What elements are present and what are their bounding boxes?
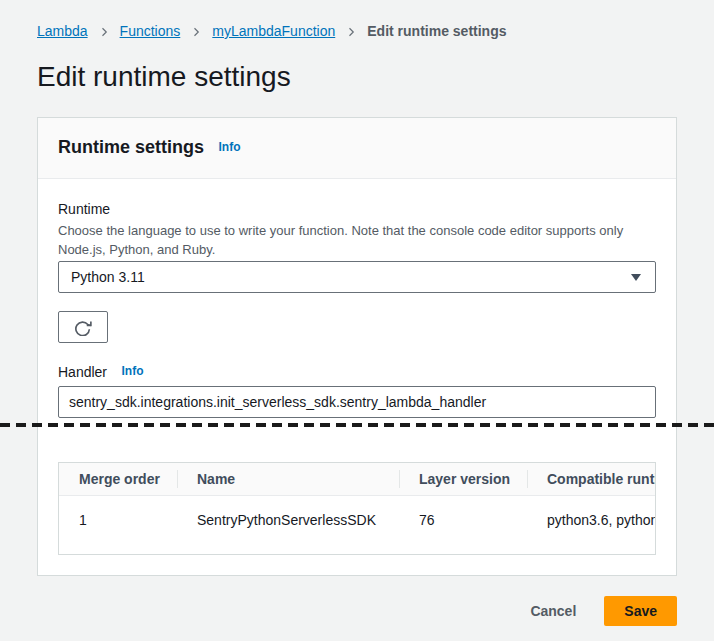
page: Lambda Functions myLambdaFunction Edit r… xyxy=(0,0,714,641)
runtime-label: Runtime xyxy=(58,199,656,219)
handler-label: Handler xyxy=(58,364,107,380)
breadcrumb-link-functions[interactable]: Functions xyxy=(120,22,181,40)
page-title: Edit runtime settings xyxy=(37,60,714,94)
refresh-icon xyxy=(74,318,92,336)
save-button[interactable]: Save xyxy=(604,596,677,626)
cell-layer-version: 76 xyxy=(399,496,527,555)
chevron-right-icon xyxy=(345,26,357,38)
runtime-select-value: Python 3.11 xyxy=(71,269,145,285)
refresh-runtimes-button[interactable] xyxy=(58,311,108,343)
runtime-field: Runtime Choose the language to use to wr… xyxy=(58,199,656,293)
column-header-layer-version: Layer version xyxy=(399,463,527,496)
column-header-merge-order: Merge order xyxy=(59,463,177,496)
cancel-button[interactable]: Cancel xyxy=(514,596,592,626)
caret-down-icon xyxy=(631,274,641,281)
panel-header: Runtime settings Info xyxy=(38,118,676,179)
runtime-settings-panel: Runtime settings Info Runtime Choose the… xyxy=(37,117,677,576)
breadcrumb-link-lambda[interactable]: Lambda xyxy=(37,22,88,40)
runtime-select[interactable]: Python 3.11 xyxy=(58,261,656,293)
breadcrumb-current: Edit runtime settings xyxy=(367,22,506,40)
chevron-right-icon xyxy=(190,26,202,38)
table-row: 1 SentryPythonServerlessSDK 76 python3.6… xyxy=(59,496,656,555)
panel-title: Runtime settings xyxy=(58,137,204,157)
cell-merge-order: 1 xyxy=(59,496,177,555)
layers-table: Merge order Name Layer version Compatibl… xyxy=(58,462,656,555)
table-header-row: Merge order Name Layer version Compatibl… xyxy=(59,463,656,496)
handler-input[interactable] xyxy=(58,386,656,418)
column-header-compatible-runtimes: Compatible runtimes xyxy=(527,463,656,496)
cell-compatible-runtimes: python3.6, python3.7 xyxy=(527,496,656,555)
runtime-settings-info-link[interactable]: Info xyxy=(218,140,240,154)
handler-field: Handler Info xyxy=(58,361,656,418)
panel-body: Runtime Choose the language to use to wr… xyxy=(38,179,676,575)
redaction-dashed-line xyxy=(0,423,714,427)
chevron-right-icon xyxy=(98,26,110,38)
breadcrumb: Lambda Functions myLambdaFunction Edit r… xyxy=(0,0,714,40)
cell-name: SentryPythonServerlessSDK xyxy=(177,496,399,555)
handler-info-link[interactable]: Info xyxy=(121,364,143,378)
breadcrumb-link-function-name[interactable]: myLambdaFunction xyxy=(212,22,335,40)
runtime-description: Choose the language to use to write your… xyxy=(58,221,656,259)
footer-actions: Cancel Save xyxy=(37,596,677,626)
column-header-name: Name xyxy=(177,463,399,496)
